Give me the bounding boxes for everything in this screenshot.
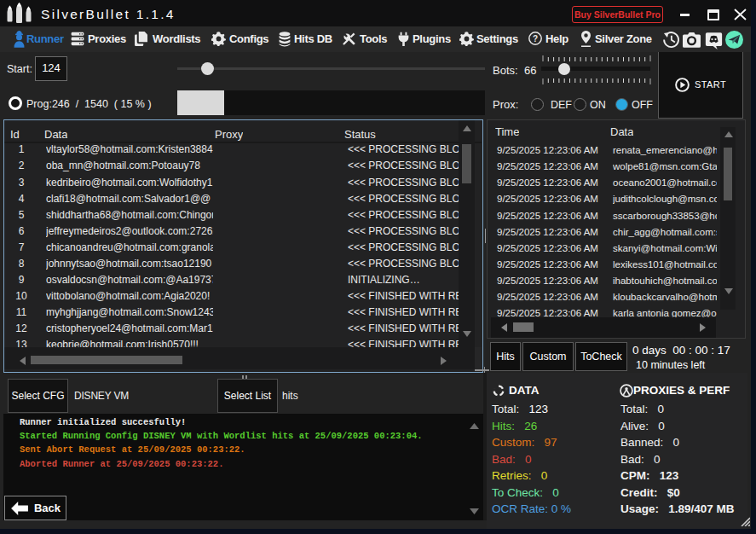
svg-text:?: ? — [533, 34, 538, 44]
